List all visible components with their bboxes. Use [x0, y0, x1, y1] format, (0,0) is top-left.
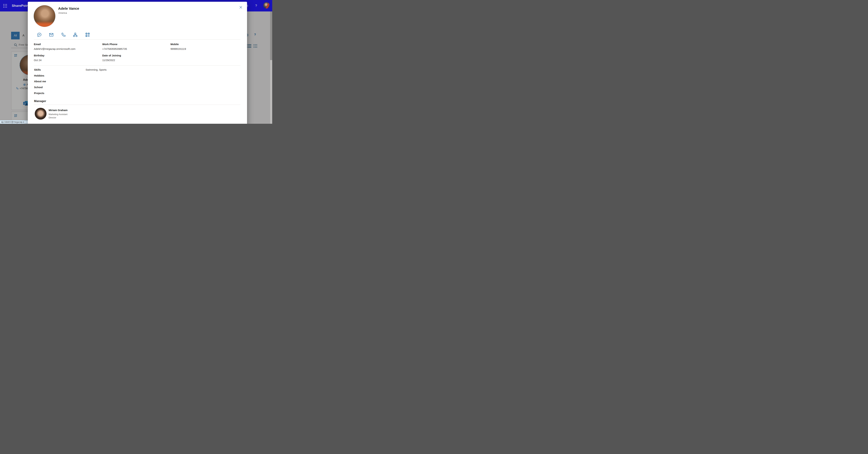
close-icon[interactable]: [239, 5, 243, 9]
attr-label-skills: Skills: [34, 68, 41, 71]
app-launcher-icon[interactable]: [3, 4, 7, 8]
profile-name: Adele Vance: [58, 6, 79, 10]
field-value-email[interactable]: AdeleV@megazap.onmicrosoft.com: [34, 47, 75, 50]
field-value-work-phone[interactable]: +7475835953985735: [102, 47, 127, 50]
field-label-birthday: Birthday: [34, 54, 44, 57]
org-chart-icon[interactable]: [73, 32, 78, 37]
manager-title: Marketing Assistant Director: [49, 113, 73, 120]
attr-label-projects: Projects: [34, 92, 44, 95]
chat-icon[interactable]: [37, 32, 42, 37]
browser-status-bar: sip:AdeleV@megazap.o: [0, 120, 28, 124]
screen: All A: [0, 0, 272, 124]
field-value-birthday: Oct 24: [34, 59, 41, 62]
profile-dialog: Adele Vance America: [28, 2, 247, 124]
scrollbar[interactable]: [270, 11, 272, 124]
manager-avatar[interactable]: [35, 108, 46, 120]
attr-label-school: School: [34, 86, 43, 89]
account-avatar[interactable]: [264, 2, 270, 8]
field-value-mobile[interactable]: 99999191119: [170, 47, 186, 50]
profile-photo: [34, 5, 55, 27]
field-label-mobile: Mobile: [170, 43, 179, 46]
attr-label-hobbies: Hobbies: [34, 74, 44, 77]
app-title[interactable]: SharePoint: [12, 4, 30, 8]
profile-location: America: [58, 12, 67, 14]
field-label-work-phone: Work Phone: [102, 43, 117, 46]
qr-code-icon[interactable]: [85, 32, 90, 37]
phone-icon[interactable]: [61, 32, 66, 37]
field-label-email: Email: [34, 43, 41, 46]
field-label-date-of-joining: Date of Joining: [102, 54, 121, 57]
field-value-date-of-joining: 11/29/2022: [102, 59, 115, 62]
attr-label-about-me: About me: [34, 80, 46, 83]
help-icon[interactable]: ?: [255, 4, 257, 8]
manager-heading: Manager: [34, 99, 46, 103]
attr-value-skills: Swimming, Sports: [86, 68, 106, 71]
mail-icon[interactable]: [49, 32, 54, 37]
manager-name: Miriam Graham: [49, 109, 67, 111]
divider: [34, 65, 241, 66]
scrollbar-thumb[interactable]: [270, 11, 272, 60]
